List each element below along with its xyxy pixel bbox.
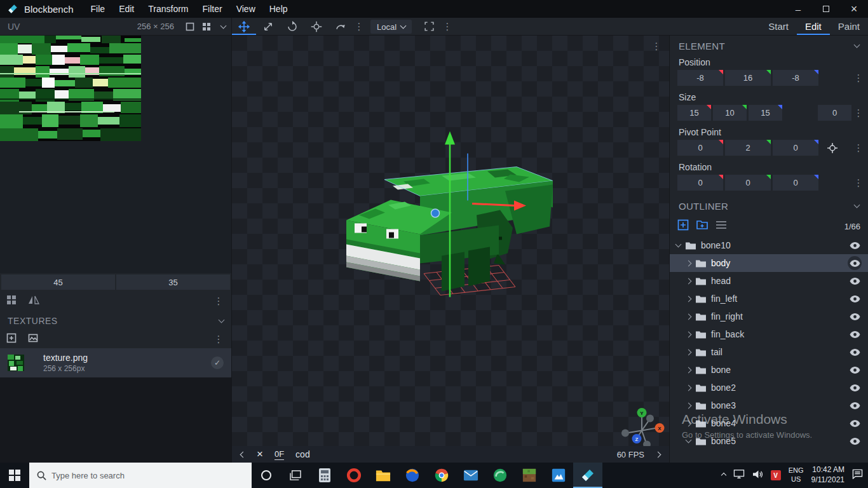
outliner-row[interactable]: body bbox=[670, 254, 868, 272]
outliner-item-label[interactable]: body bbox=[711, 258, 730, 268]
menu-edit[interactable]: Edit bbox=[112, 0, 141, 18]
outliner-row[interactable]: tail bbox=[670, 343, 868, 361]
pivot-y-field[interactable]: 2 bbox=[725, 140, 771, 156]
import-texture-icon[interactable] bbox=[28, 333, 38, 346]
app-icon-chrome[interactable] bbox=[427, 463, 456, 488]
outliner-row[interactable]: fin_back bbox=[670, 325, 868, 343]
app-icon-minecraft[interactable] bbox=[515, 463, 544, 488]
visibility-eye-icon[interactable] bbox=[848, 292, 862, 306]
uv-width-field[interactable]: 45 bbox=[1, 274, 115, 290]
action-center-icon[interactable] bbox=[852, 469, 863, 482]
outliner-item-label[interactable]: fin_back bbox=[711, 329, 744, 339]
chevron-icon[interactable] bbox=[686, 331, 692, 337]
language-indicator[interactable]: ENG US bbox=[789, 466, 804, 484]
app-icon-red-ring[interactable] bbox=[339, 463, 369, 488]
uv-mirror-icon[interactable] bbox=[28, 295, 39, 308]
tab-paint[interactable]: Paint bbox=[830, 18, 868, 35]
outliner-item-label[interactable]: bone4 bbox=[711, 418, 736, 428]
position-x-field[interactable]: -8 bbox=[677, 70, 723, 86]
chevron-icon[interactable] bbox=[675, 241, 682, 248]
size-y-field[interactable]: 10 bbox=[713, 105, 747, 121]
tray-v-badge-icon[interactable]: V bbox=[771, 470, 781, 480]
visibility-eye-icon[interactable] bbox=[848, 345, 862, 359]
position-menu-icon[interactable]: ⋮ bbox=[852, 72, 865, 84]
texture-item[interactable]: texture.png 256 x 256px ✓ bbox=[0, 348, 231, 377]
move-tool-icon[interactable] bbox=[232, 18, 256, 35]
rotation-x-field[interactable]: 0 bbox=[677, 175, 723, 191]
outliner-row[interactable]: bone4 bbox=[670, 414, 868, 432]
size-menu-icon[interactable]: ⋮ bbox=[852, 107, 865, 119]
pivot-tool-icon[interactable] bbox=[304, 18, 329, 35]
uv-canvas[interactable] bbox=[0, 36, 231, 273]
element-section-header[interactable]: ELEMENT bbox=[670, 36, 868, 56]
chevron-down-icon[interactable] bbox=[215, 18, 231, 35]
menu-file[interactable]: File bbox=[84, 0, 112, 18]
outliner-row[interactable]: bone bbox=[670, 361, 868, 379]
app-icon-mail[interactable] bbox=[456, 463, 485, 488]
chevron-icon[interactable] bbox=[686, 313, 692, 320]
visibility-eye-icon[interactable] bbox=[848, 309, 862, 323]
chevron-icon[interactable] bbox=[686, 278, 692, 284]
visibility-eye-icon[interactable] bbox=[848, 434, 862, 448]
chevron-icon[interactable] bbox=[686, 295, 692, 302]
tab-edit[interactable]: Edit bbox=[797, 18, 830, 35]
outliner-item-label[interactable]: head bbox=[711, 276, 731, 286]
rotation-z-field[interactable]: 0 bbox=[773, 175, 818, 191]
size-z-field[interactable]: 15 bbox=[749, 105, 782, 121]
size-x-field[interactable]: 15 bbox=[677, 105, 711, 121]
app-icon-blockbench[interactable] bbox=[573, 463, 602, 488]
center-pivot-icon[interactable] bbox=[824, 140, 841, 156]
app-icon-file-explorer[interactable] bbox=[369, 463, 398, 488]
chevron-icon[interactable] bbox=[686, 367, 692, 373]
outliner-row[interactable]: fin_right bbox=[670, 308, 868, 325]
toolbar-overflow-icon[interactable]: ⋮ bbox=[441, 18, 454, 35]
deselect-icon[interactable]: × bbox=[257, 449, 263, 459]
outliner-row[interactable]: bone5 bbox=[670, 432, 868, 450]
outliner-row[interactable]: fin_left bbox=[670, 290, 868, 308]
toolbar-menu-icon[interactable]: ⋮ bbox=[353, 18, 365, 35]
chevron-icon[interactable] bbox=[686, 349, 692, 355]
menu-view[interactable]: View bbox=[229, 0, 262, 18]
outliner-item-label[interactable]: bone3 bbox=[711, 400, 736, 410]
outliner-item-label[interactable]: tail bbox=[711, 347, 722, 357]
outliner-item-label[interactable]: bone bbox=[711, 365, 731, 375]
outliner-item-label[interactable]: fin_left bbox=[711, 294, 737, 304]
outliner-row[interactable]: bone10 bbox=[670, 236, 868, 254]
monitor-icon[interactable] bbox=[733, 469, 745, 482]
fullscreen-icon[interactable] bbox=[417, 18, 441, 35]
outliner-row[interactable]: bone2 bbox=[670, 379, 868, 396]
toggle-list-icon[interactable] bbox=[715, 220, 727, 232]
inflate-field[interactable]: 0 bbox=[818, 105, 851, 121]
viewport-menu-icon[interactable]: ⋮ bbox=[650, 41, 663, 52]
visibility-eye-icon[interactable] bbox=[848, 398, 862, 412]
visibility-eye-icon[interactable] bbox=[848, 238, 862, 252]
mirror-tool-icon[interactable] bbox=[329, 18, 353, 35]
task-view-icon[interactable] bbox=[281, 463, 310, 488]
grid-view-icon[interactable] bbox=[198, 18, 215, 35]
volume-icon[interactable] bbox=[752, 470, 763, 482]
add-group-icon[interactable] bbox=[696, 220, 708, 233]
visibility-eye-icon[interactable] bbox=[848, 274, 862, 288]
tab-start[interactable]: Start bbox=[760, 18, 797, 35]
resize-tool-icon[interactable] bbox=[256, 18, 280, 35]
viewport-3d[interactable]: ⋮ bbox=[232, 36, 669, 463]
uv-grid-icon[interactable] bbox=[6, 295, 17, 308]
next-icon[interactable] bbox=[655, 451, 661, 458]
add-cube-icon[interactable] bbox=[677, 219, 689, 233]
textures-menu-icon[interactable]: ⋮ bbox=[212, 334, 225, 345]
chevron-icon[interactable] bbox=[686, 384, 692, 391]
origin-handle[interactable] bbox=[431, 209, 440, 217]
maximize-button[interactable] bbox=[812, 0, 840, 18]
app-icon-firefox[interactable] bbox=[398, 463, 427, 488]
outliner-item-label[interactable]: bone2 bbox=[711, 383, 736, 393]
position-y-field[interactable]: 16 bbox=[725, 70, 771, 86]
chevron-icon[interactable] bbox=[686, 420, 692, 426]
chevron-icon[interactable] bbox=[686, 437, 692, 444]
visibility-eye-icon[interactable] bbox=[848, 363, 862, 377]
app-icon-green-circle[interactable] bbox=[485, 463, 515, 488]
textures-section-header[interactable]: TEXTURES bbox=[0, 311, 231, 330]
outliner-item-label[interactable]: bone5 bbox=[711, 436, 736, 446]
start-button[interactable] bbox=[0, 463, 29, 488]
transform-space-dropdown[interactable]: Local bbox=[370, 20, 412, 34]
view-gizmo[interactable]: Y X Z bbox=[621, 408, 665, 449]
